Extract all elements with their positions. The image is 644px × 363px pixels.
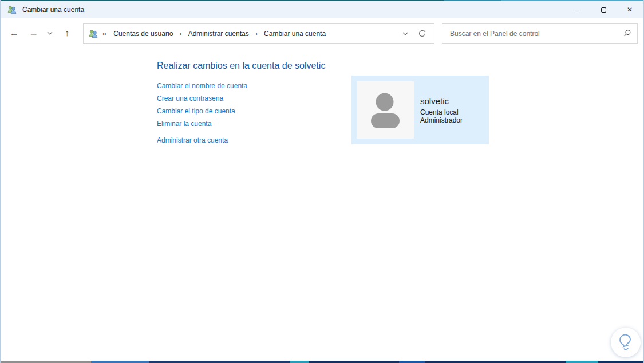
refresh-icon bbox=[418, 29, 426, 38]
address-bar-right bbox=[398, 24, 434, 43]
chevron-down-icon bbox=[47, 31, 53, 35]
user-accounts-icon bbox=[89, 29, 98, 38]
close-button[interactable]: ✕ bbox=[617, 1, 643, 18]
breadcrumb-item-administrar-cuentas[interactable]: Administrar cuentas bbox=[187, 30, 250, 38]
link-manage-other-account[interactable]: Administrar otra cuenta bbox=[157, 134, 247, 147]
person-icon bbox=[357, 81, 414, 139]
link-delete-account[interactable]: Eliminar la cuenta bbox=[157, 117, 247, 130]
address-dropdown-button[interactable] bbox=[398, 32, 412, 35]
breadcrumb-item-cambiar-una-cuenta[interactable]: Cambiar una cuenta bbox=[263, 30, 327, 38]
account-name: solvetic bbox=[420, 96, 463, 106]
close-icon: ✕ bbox=[627, 6, 633, 13]
breadcrumb-item-cuentas-de-usuario[interactable]: Cuentas de usuario bbox=[112, 30, 174, 38]
account-card: solvetic Cuenta local Administrador bbox=[351, 76, 489, 144]
breadcrumb-separator[interactable]: › bbox=[179, 29, 181, 38]
window-controls: ✕ bbox=[564, 1, 643, 18]
chevron-down-icon bbox=[402, 32, 408, 35]
link-create-password[interactable]: Crear una contraseña bbox=[157, 92, 247, 105]
account-info: solvetic Cuenta local Administrador bbox=[420, 96, 463, 124]
task-links: Cambiar el nombre de cuenta Crear una co… bbox=[157, 80, 247, 147]
search-icon[interactable] bbox=[617, 29, 637, 38]
window-title: Cambiar una cuenta bbox=[22, 6, 84, 14]
lightbulb-icon bbox=[616, 333, 635, 352]
maximize-icon bbox=[601, 7, 606, 13]
page-title: Realizar cambios en la cuenta de solveti… bbox=[157, 61, 325, 71]
nav-buttons: ← → ↑ bbox=[6, 25, 76, 41]
breadcrumb-overflow[interactable]: « bbox=[102, 29, 106, 38]
help-tips-button[interactable] bbox=[611, 328, 641, 357]
address-bar[interactable]: « Cuentas de usuario › Administrar cuent… bbox=[83, 23, 434, 44]
account-role: Administrador bbox=[420, 116, 463, 124]
link-change-account-type[interactable]: Cambiar el tipo de cuenta bbox=[157, 105, 247, 117]
forward-button[interactable]: → bbox=[25, 25, 42, 41]
window-bottom-border bbox=[1, 361, 643, 363]
control-panel-window: Cambiar una cuenta ✕ ← → ↑ « Cuentas de … bbox=[0, 0, 644, 363]
search-input[interactable] bbox=[442, 24, 617, 43]
search-box bbox=[442, 23, 638, 44]
up-button[interactable]: ↑ bbox=[58, 25, 76, 41]
maximize-button[interactable] bbox=[590, 1, 617, 18]
user-avatar bbox=[357, 81, 414, 139]
refresh-button[interactable] bbox=[412, 24, 432, 43]
recent-pages-dropdown[interactable] bbox=[44, 25, 56, 41]
breadcrumb-separator[interactable]: › bbox=[255, 29, 258, 38]
back-button[interactable]: ← bbox=[6, 25, 23, 41]
titlebar: Cambiar una cuenta ✕ bbox=[1, 1, 643, 18]
account-kind: Cuenta local bbox=[420, 108, 463, 116]
link-change-account-name[interactable]: Cambiar el nombre de cuenta bbox=[157, 80, 247, 92]
minimize-icon bbox=[574, 10, 580, 10]
user-accounts-icon bbox=[7, 5, 17, 14]
minimize-button[interactable] bbox=[564, 1, 590, 18]
